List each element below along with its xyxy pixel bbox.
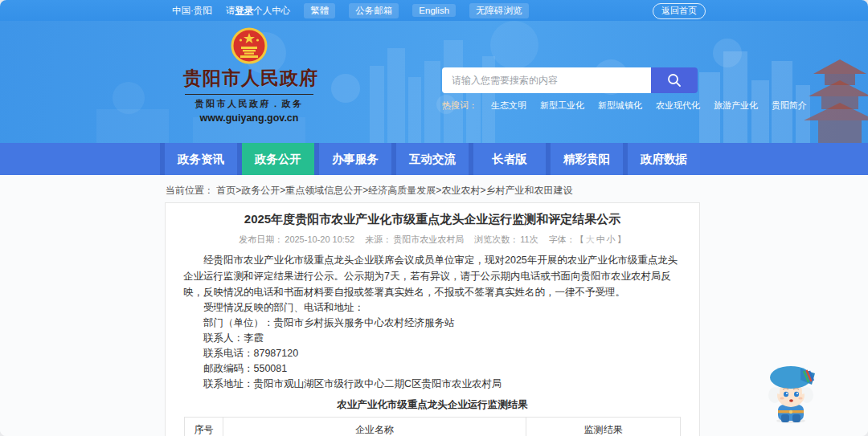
hot-search-row: 热搜词： 生态文明 新型工业化 新型城镇化 农业现代化 旅游产业化 贵阳简介 [442, 100, 707, 112]
nav-item-hudong-jiaoliu[interactable]: 互动交流 [396, 143, 469, 175]
font-size-bracket-close: 】 [617, 234, 626, 244]
article-line-postcode: 邮政编码：550081 [183, 361, 682, 377]
font-size-label: 字体：【 [549, 234, 584, 244]
main-nav-bar: 政务资讯 政务公开 办事服务 互动交流 长者版 精彩贵阳 政府数据 [0, 143, 868, 175]
source-label: 来源： [365, 234, 391, 244]
article-container: 2025年度贵阳市农业产业化市级重点龙头企业运行监测和评定结果公示 发布日期：2… [165, 202, 700, 436]
views-value: 11次 [520, 234, 538, 244]
header-cell-result: 监测结果 [526, 418, 681, 436]
topbar-links: 中国·贵阳 请登录个人中心 繁體 公务邮箱 English 无障碍浏览 [172, 3, 529, 18]
font-size-small-button[interactable]: 小 [607, 234, 616, 244]
breadcrumb-path[interactable]: 首页>政务公开>重点领域信息公开>经济高质量发展>农业农村>乡村产业和农田建设 [216, 185, 572, 196]
nav-item-jingcai-guiyang[interactable]: 精彩贵阳 [551, 143, 623, 175]
topbar-login-link[interactable]: 请登录个人中心 [226, 5, 291, 17]
hot-word-agriculture[interactable]: 农业现代化 [656, 100, 700, 112]
return-home-button[interactable]: 返回首页 [653, 3, 706, 19]
header-skyline-decoration [0, 21, 868, 143]
breadcrumb: 当前位置： 首页>政务公开>重点领域信息公开>经济高质量发展>农业农村>乡村产业… [166, 184, 572, 198]
nav-item-zhengwu-gongkai[interactable]: 政务公开 [242, 143, 314, 175]
hot-word-ecology[interactable]: 生态文明 [491, 100, 526, 112]
search-area: 热搜词： 生态文明 新型工业化 新型城镇化 农业现代化 旅游产业化 贵阳简介 [442, 67, 707, 112]
header-cell-index: 序号 [185, 418, 223, 436]
mascot-assistant[interactable] [762, 361, 820, 424]
article-line-contact-person: 联系人：李霞 [183, 331, 682, 346]
article-title: 2025年度贵阳市农业产业化市级重点龙头企业运行监测和评定结果公示 [166, 212, 699, 227]
hot-word-tourism[interactable]: 旅游产业化 [714, 100, 758, 112]
search-button[interactable] [651, 67, 698, 93]
header-cell-company: 企业名称 [223, 418, 526, 436]
site-subtitle: 贵阳市人民政府．政务 [183, 98, 315, 110]
table-header-row: 序号 企业名称 监测结果 [185, 418, 681, 436]
table-caption: 农业产业化市级重点龙头企业运行监测结果 [166, 398, 699, 412]
nav-item-zhangzheban[interactable]: 长者版 [473, 143, 546, 175]
logo-divider [185, 94, 313, 95]
source-value: 贵阳市农业农村局 [393, 234, 464, 244]
font-size-medium-button[interactable]: 中 [596, 234, 605, 244]
article-paragraph-main: 经贵阳市农业产业化市级重点龙头企业联席会议成员单位审定，现对2025年开展的农业… [183, 252, 682, 300]
national-emblem-icon [231, 27, 268, 64]
login-bold: 登录 [235, 6, 253, 15]
nav-item-zhengfu-shuju[interactable]: 政府数据 [628, 143, 700, 175]
site-logo-link[interactable]: 贵阳市人民政府 贵阳市人民政府．政务 www.guiyang.gov.cn [183, 27, 315, 124]
monitor-result-table: 序号 企业名称 监测结果 1 贵州合力超市采购有限公司 合格 2 贵州友禾种业有… [184, 417, 681, 436]
hot-word-guiyang-intro[interactable]: 贵阳简介 [772, 100, 807, 112]
publish-date-label: 发布日期： [239, 234, 283, 244]
article-line-phone: 联系电话：87987120 [183, 346, 682, 361]
nav-item-zhengwu-zixun[interactable]: 政务资讯 [165, 143, 237, 175]
topbar-accessibility-link[interactable]: 无障碍浏览 [469, 3, 529, 18]
publish-date-value: 2025-10-20 10:52 [285, 234, 354, 244]
site-name: 贵阳市人民政府 [183, 66, 315, 91]
main-nav-items: 政务资讯 政务公开 办事服务 互动交流 长者版 精彩贵阳 政府数据 [160, 143, 700, 175]
login-prefix: 请 [226, 6, 235, 15]
topbar-official-mail-link[interactable]: 公务邮箱 [349, 3, 399, 18]
login-suffix: 个人中心 [253, 6, 290, 15]
article-line-address: 联系地址：贵阳市观山湖区市级行政中心二期C区贵阳市农业农村局 [183, 377, 682, 392]
site-url: www.guiyang.gov.cn [183, 112, 315, 124]
topbar-english-link[interactable]: English [412, 4, 456, 17]
topbar-traditional-chinese-link[interactable]: 繁體 [304, 3, 335, 18]
article-line-intro: 受理情况反映的部门、电话和地址： [183, 300, 682, 316]
site-header: 贵阳市人民政府 贵阳市人民政府．政务 www.guiyang.gov.cn 热搜… [0, 21, 868, 143]
hot-search-label: 热搜词： [442, 100, 477, 112]
hot-word-urbanization[interactable]: 新型城镇化 [598, 100, 642, 112]
top-utility-bar: 中国·贵阳 请登录个人中心 繁體 公务邮箱 English 无障碍浏览 返回首页 [0, 0, 868, 21]
search-icon [666, 72, 682, 88]
article-meta: 发布日期：2025-10-20 10:52 来源：贵阳市农业农村局 浏览次数：1… [166, 234, 699, 246]
search-input[interactable] [442, 67, 651, 93]
topbar-region-link[interactable]: 中国·贵阳 [172, 5, 212, 17]
hot-word-industrialization[interactable]: 新型工业化 [540, 100, 584, 112]
nav-item-banshi-fuwu[interactable]: 办事服务 [319, 143, 391, 175]
article-body: 经贵阳市农业产业化市级重点龙头企业联席会议成员单位审定，现对2025年开展的农业… [166, 246, 699, 392]
views-label: 浏览次数： [474, 234, 518, 244]
breadcrumb-label: 当前位置： [166, 185, 214, 196]
font-size-large-button[interactable]: 大 [586, 234, 595, 244]
page-canvas: 中国·贵阳 请登录个人中心 繁體 公务邮箱 English 无障碍浏览 返回首页 [0, 0, 868, 436]
article-line-department: 部门（单位）：贵阳市乡村振兴服务中心农村经济服务站 [183, 316, 682, 331]
